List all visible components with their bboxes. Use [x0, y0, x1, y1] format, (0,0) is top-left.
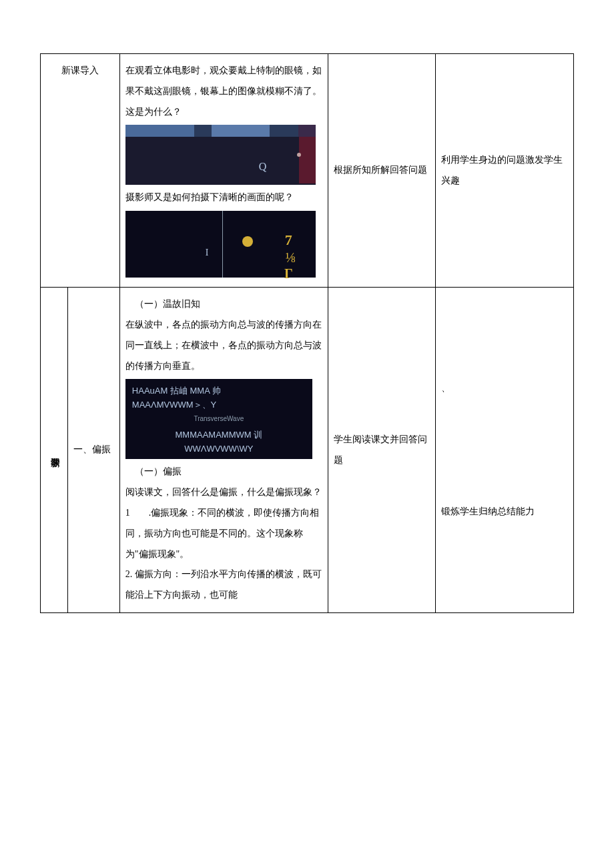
figure-decoration: [125, 125, 316, 137]
table-row: 新课导入 在观看立体电影时，观众要戴上特制的眼镜，如果不戴这副眼镜，银幕上的图像…: [41, 54, 574, 288]
figure-wave-text: WWΛWVWW\WY: [132, 442, 306, 456]
student-activity-cell: 根据所知所解回答问题: [328, 54, 435, 288]
student-activity-text: 根据所知所解回答问题: [334, 165, 427, 175]
figure-line: [222, 211, 223, 278]
content-text: 阅读课文，回答什么是偏振，什么是偏振现象？: [125, 482, 323, 503]
content-text: 1 .偏振现象：不同的横波，即使传播方向相同，振动方向也可能是不同的。这个现象称…: [125, 503, 323, 564]
section-cell: 一、偏振: [68, 288, 120, 613]
content-text: 在观看立体电影时，观众要戴上特制的眼镜，如果不戴这副眼镜，银幕上的图像就模糊不清…: [125, 61, 323, 122]
figure-label-i: I: [206, 243, 209, 264]
figure-wave-text: MAAΛMVWWM＞、Y: [132, 398, 306, 412]
figure-label-gamma: Γ: [284, 259, 293, 288]
section-label: 新课导入: [61, 65, 99, 75]
content-text: 摄影师又是如何拍摄下清晰的画面的呢？: [125, 187, 323, 208]
content-cell: 在观看立体电影时，观众要戴上特制的眼镜，如果不戴这副眼镜，银幕上的图像就模糊不清…: [119, 54, 328, 288]
figure-wave-text: MMMAAMAMMWM 训: [132, 428, 306, 442]
student-activity-cell: 学生阅读课文并回答问题: [328, 288, 435, 613]
embedded-figure-2: I 7 ⅛ Γ: [125, 211, 316, 278]
embedded-figure-3: HAAuAM 拈岫 MMA 帅 MAAΛMVWWM＞、Y TransverseW…: [125, 379, 312, 459]
figure-decoration: [299, 137, 316, 183]
vertical-section-cell: 新课教学: [41, 288, 68, 613]
purpose-cell: 、 锻炼学生归纳总结能力: [435, 288, 573, 613]
lesson-plan-table: 新课导入 在观看立体电影时，观众要戴上特制的眼镜，如果不戴这副眼镜，银幕上的图像…: [40, 53, 574, 613]
subheading: （一）温故旧知: [125, 294, 323, 315]
student-activity-text: 学生阅读课文并回答问题: [334, 434, 427, 465]
purpose-cell: 利用学生身边的问题激发学生兴趣: [435, 54, 573, 288]
figure-caption: TransverseWave: [132, 412, 306, 428]
list-number: 1: [125, 508, 130, 518]
content-text: 2. 偏振方向：一列沿水平方向传播的横波，既可能沿上下方向振动，也可能: [125, 564, 323, 606]
purpose-text: 利用学生身边的问题激发学生兴趣: [441, 155, 563, 185]
purpose-text: 锻炼学生归纳总结能力: [441, 506, 535, 516]
section-cell: 新课导入: [41, 54, 120, 288]
section-label: 一、偏振: [73, 444, 111, 454]
figure-circle: [242, 236, 253, 247]
list-text: .偏振现象：不同的横波，即使传播方向相同，振动方向也可能是不同的。这个现象称为"…: [125, 508, 320, 559]
subheading: （一）偏振: [125, 462, 323, 482]
purpose-tick: 、: [441, 378, 568, 399]
figure-label-q: Q: [259, 155, 267, 178]
figure-wave-text: HAAuAM 拈岫 MMA 帅: [132, 384, 306, 398]
embedded-figure-1: Q: [125, 125, 316, 185]
content-text: 在纵波中，各点的振动方向总与波的传播方向在同一直线上；在横波中，各点的振动方向总…: [125, 315, 323, 376]
table-row: 新课教学 一、偏振 （一）温故旧知 在纵波中，各点的振动方向总与波的传播方向在同…: [41, 288, 574, 613]
content-cell: （一）温故旧知 在纵波中，各点的振动方向总与波的传播方向在同一直线上；在横波中，…: [119, 288, 328, 613]
